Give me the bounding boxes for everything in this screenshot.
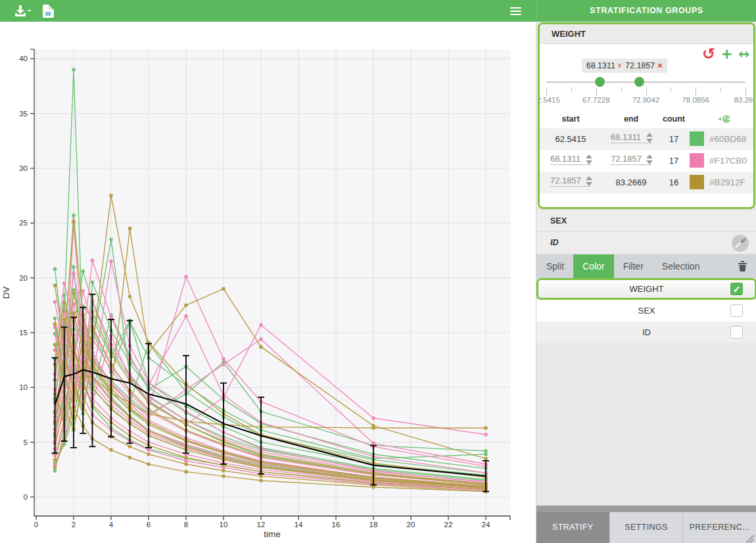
y-axis-label: DV xyxy=(1,287,11,299)
tab-stratify[interactable]: STRATIFY xyxy=(536,512,610,543)
svg-text:4: 4 xyxy=(109,521,114,529)
slider-tick xyxy=(596,87,597,95)
resize-handle[interactable] xyxy=(746,533,755,542)
interval-count: 17 xyxy=(659,150,688,172)
slider-tick xyxy=(671,87,671,91)
svg-text:0: 0 xyxy=(34,521,38,529)
interval-start-input[interactable] xyxy=(550,176,591,187)
bottom-tab-strip xyxy=(536,506,756,512)
interval-count: 16 xyxy=(659,172,688,193)
svg-text:2: 2 xyxy=(72,521,76,529)
svg-text:10: 10 xyxy=(19,383,28,391)
stepper-arrows[interactable] xyxy=(646,154,653,164)
slider-scale-label: 62.5415 xyxy=(538,96,569,104)
slider-tick xyxy=(721,87,721,91)
color-picker-disabled-icon[interactable] xyxy=(732,235,749,252)
column-header-start: start xyxy=(542,110,599,128)
svg-text:20: 20 xyxy=(19,274,28,282)
svg-text:22: 22 xyxy=(444,521,453,529)
color-swatch[interactable] xyxy=(690,153,704,168)
cutoff-chip[interactable]: 72.1857× xyxy=(621,59,667,73)
color-swatch[interactable] xyxy=(690,175,704,189)
tab-filter[interactable]: Filter xyxy=(614,254,653,278)
slider-tick xyxy=(571,87,572,91)
slider-tick xyxy=(646,87,647,95)
weight-range-slider[interactable] xyxy=(546,82,745,83)
table-row: 83.2669 16 #B2912F xyxy=(540,172,753,193)
svg-text:6: 6 xyxy=(147,521,151,529)
svg-text:24: 24 xyxy=(482,521,490,529)
table-row: 62.5415 17 #60BD68 xyxy=(540,128,753,150)
section-id[interactable]: ID xyxy=(536,232,756,254)
interval-end-input[interactable] xyxy=(611,132,651,143)
covariate-row-sex[interactable]: SEX xyxy=(536,300,756,321)
mode-tab-bar: Split Color Filter Selection xyxy=(536,254,756,278)
interval-end-input[interactable] xyxy=(611,154,651,165)
section-sex[interactable]: SEX xyxy=(536,210,756,232)
stepper-arrows[interactable] xyxy=(646,133,653,143)
color-swatch[interactable] xyxy=(690,131,704,146)
interval-end-value: 83.2669 xyxy=(603,172,659,193)
interval-table-header: start end count xyxy=(540,110,753,128)
weight-stratification-panel: WEIGHT ↺ + ↔ 68.1311×72.1857× 62.541567.… xyxy=(538,22,755,209)
color-hex-label: #F17CB0 xyxy=(709,150,747,172)
tab-color[interactable]: Color xyxy=(573,254,613,278)
table-row: 17 #F17CB0 xyxy=(540,150,753,172)
trash-icon[interactable] xyxy=(738,260,747,272)
slider-scale-label: 67.7228 xyxy=(573,96,619,104)
svg-text:10: 10 xyxy=(220,521,228,529)
svg-text:12: 12 xyxy=(257,521,266,529)
dv-time-plot[interactable]: 0510152025303540024681012141618202224tim… xyxy=(0,0,526,543)
svg-text:35: 35 xyxy=(19,110,28,118)
cutoff-chips: 68.1311×72.1857× xyxy=(540,59,753,74)
covariate-row-id[interactable]: ID xyxy=(536,321,756,343)
checkbox-id-unchecked[interactable] xyxy=(730,326,743,339)
color-hex-label: #60BD68 xyxy=(709,128,746,150)
application-window: w STRATIFICATION GROUPS 0510152025303540… xyxy=(0,0,756,543)
interval-count: 17 xyxy=(659,128,688,150)
column-header-end: end xyxy=(603,110,659,128)
interval-table: start end count 62.5415 xyxy=(540,110,753,193)
stratification-groups-title: STRATIFICATION GROUPS xyxy=(536,0,756,22)
sidebar-empty-area xyxy=(536,344,756,506)
x-axis-label: time xyxy=(264,529,281,539)
svg-text:25: 25 xyxy=(19,219,28,227)
checkbox-weight-checked[interactable]: ✓ xyxy=(730,283,743,295)
checkbox-sex-unchecked[interactable] xyxy=(730,304,743,317)
weight-panel-header[interactable]: WEIGHT xyxy=(540,24,753,44)
tab-settings[interactable]: SETTINGS xyxy=(610,512,684,543)
plot-background xyxy=(34,49,510,516)
slider-handle[interactable] xyxy=(634,77,644,87)
stepper-arrows[interactable] xyxy=(586,176,592,186)
svg-text:15: 15 xyxy=(19,329,28,337)
covariate-row-weight[interactable]: WEIGHT ✓ xyxy=(536,278,756,300)
svg-text:18: 18 xyxy=(369,521,378,529)
column-header-count: count xyxy=(659,110,688,128)
svg-text:0: 0 xyxy=(24,493,28,501)
interval-start-input[interactable] xyxy=(550,154,591,165)
slider-tick xyxy=(696,87,696,95)
slider-tick xyxy=(745,87,746,95)
svg-text:5: 5 xyxy=(24,438,28,446)
tab-split[interactable]: Split xyxy=(536,254,573,278)
svg-text:20: 20 xyxy=(407,521,415,529)
svg-text:30: 30 xyxy=(19,164,28,172)
slider-tick xyxy=(621,87,622,91)
covariate-label: SEX xyxy=(536,300,756,321)
weight-panel-body: ↺ + ↔ 68.1311×72.1857× 62.541567.722872.… xyxy=(540,44,753,205)
covariate-label: ID xyxy=(536,321,756,343)
color-hex-label: #B2912F xyxy=(709,172,745,193)
stratification-sidebar: WEIGHT ↺ + ↔ 68.1311×72.1857× 62.541567.… xyxy=(536,22,756,543)
remove-cutoff-icon[interactable]: × xyxy=(657,60,663,70)
slider-scale-label: 78.0856 xyxy=(673,96,719,104)
interval-start-value: 62.5415 xyxy=(542,128,599,150)
svg-text:40: 40 xyxy=(19,55,28,62)
palette-icon[interactable] xyxy=(717,114,732,124)
tab-preferences[interactable]: PREFERENC... xyxy=(683,512,756,543)
slider-scale-label: 72.9042 xyxy=(623,96,669,104)
stepper-arrows[interactable] xyxy=(586,154,592,164)
slider-tick xyxy=(546,87,547,95)
slider-handle[interactable] xyxy=(595,77,605,87)
tab-selection[interactable]: Selection xyxy=(653,254,709,278)
covariate-label: WEIGHT xyxy=(538,280,755,298)
